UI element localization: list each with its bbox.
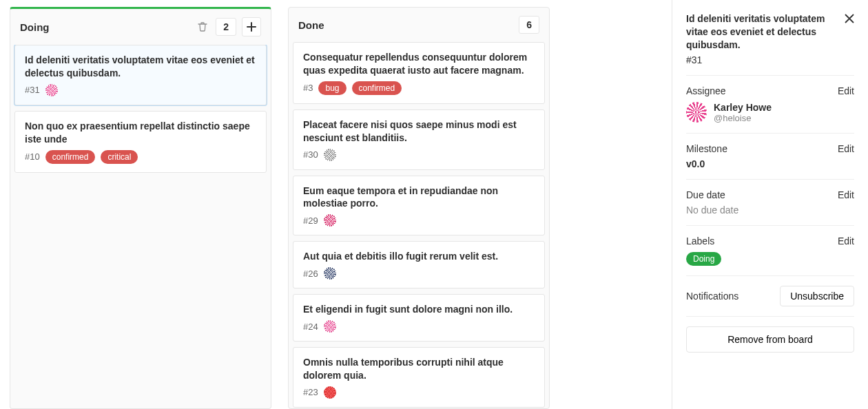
assignee-label: Assignee <box>686 85 726 96</box>
list-doing: Doing 2Id deleniti veritatis voluptatem … <box>10 7 271 409</box>
add-card-button[interactable] <box>242 17 261 36</box>
card-meta: #10confirmedcritical <box>25 150 256 164</box>
assignee-avatar <box>686 102 707 123</box>
milestone-edit-link[interactable]: Edit <box>838 143 854 154</box>
card-id: #30 <box>303 149 318 160</box>
list-count: 2 <box>216 18 236 36</box>
card-id: #24 <box>303 322 318 332</box>
assignee-avatar-icon <box>324 320 336 333</box>
card-meta: #29 <box>303 214 535 227</box>
card-meta: #30 <box>303 149 535 161</box>
assignee-avatar-icon <box>324 214 336 227</box>
list-title: Done <box>298 19 324 31</box>
sidebar-issue-id: #31 <box>686 54 839 65</box>
card[interactable]: Consequatur repellendus consequuntur dol… <box>293 42 545 104</box>
card-title: Non quo ex praesentium repellat distinct… <box>25 120 256 146</box>
card[interactable]: Placeat facere nisi quos saepe minus mod… <box>293 109 545 170</box>
label-pill: bug <box>318 81 346 95</box>
due-date-edit-link[interactable]: Edit <box>838 189 854 200</box>
due-date-value: No due date <box>686 204 854 216</box>
assignee-name[interactable]: Karley Howe <box>714 102 772 113</box>
due-date-label: Due date <box>686 189 725 200</box>
list-title: Doing <box>20 21 50 33</box>
labels-label: Labels <box>686 235 714 247</box>
card[interactable]: Omnis nulla temporibus corrupti nihil at… <box>293 347 545 408</box>
card-title: Consequatur repellendus consequuntur dol… <box>303 51 535 77</box>
plus-icon <box>247 22 256 32</box>
notifications-label: Notifications <box>686 291 738 302</box>
card-id: #10 <box>25 151 40 162</box>
card-meta: #24 <box>303 320 535 333</box>
assignee-avatar-icon <box>324 267 336 280</box>
card-title: Placeat facere nisi quos saepe minus mod… <box>303 118 535 145</box>
label-pill: confirmed <box>352 81 402 95</box>
card-meta: #3bugconfirmed <box>303 81 535 95</box>
card-title: Eum eaque tempora et in repudiandae non … <box>303 185 535 211</box>
labels-edit-link[interactable]: Edit <box>838 235 854 247</box>
card-meta: #26 <box>303 267 535 280</box>
close-icon[interactable] <box>845 14 854 65</box>
card-id: #31 <box>25 85 40 95</box>
assignee-avatar-icon <box>45 84 58 96</box>
card-id: #26 <box>303 269 318 279</box>
trash-icon[interactable] <box>195 19 210 34</box>
card-id: #29 <box>303 216 318 226</box>
card[interactable]: Aut quia et debitis illo fugit rerum vel… <box>293 241 545 289</box>
card[interactable]: Et eligendi in fugit sunt dolore magni n… <box>293 294 545 342</box>
label-pill: Doing <box>686 252 721 266</box>
card-meta: #23 <box>303 386 535 399</box>
remove-from-board-button[interactable]: Remove from board <box>686 326 854 353</box>
card-title: Id deleniti veritatis voluptatem vitae e… <box>25 54 256 80</box>
card[interactable]: Non quo ex praesentium repellat distinct… <box>14 111 267 173</box>
card-meta: #31 <box>25 84 256 96</box>
card-title: Et eligendi in fugit sunt dolore magni n… <box>303 303 535 316</box>
list-count: 6 <box>519 16 539 34</box>
list-done: Done6Consequatur repellendus consequuntu… <box>288 7 550 409</box>
card-title: Omnis nulla temporibus corrupti nihil at… <box>303 356 535 382</box>
unsubscribe-button[interactable]: Unsubscribe <box>780 286 854 306</box>
label-pill: critical <box>101 150 138 164</box>
card-title: Aut quia et debitis illo fugit rerum vel… <box>303 250 535 263</box>
milestone-value[interactable]: v0.0 <box>686 158 854 169</box>
card-id: #23 <box>303 387 318 397</box>
card[interactable]: Id deleniti veritatis voluptatem vitae e… <box>14 45 267 105</box>
list-header: Done6 <box>289 8 549 42</box>
list-header: Doing 2 <box>10 9 271 45</box>
assignee-avatar-icon <box>324 149 336 161</box>
milestone-label: Milestone <box>686 143 727 154</box>
assignee-handle: @heloise <box>714 113 772 123</box>
cards-container: Id deleniti veritatis voluptatem vitae e… <box>10 45 271 185</box>
sidebar-issue-title: Id deleniti veritatis voluptatem vitae e… <box>686 12 839 52</box>
card[interactable]: Eum eaque tempora et in repudiandae non … <box>293 176 545 236</box>
assignee-edit-link[interactable]: Edit <box>838 85 854 96</box>
cards-container: Consequatur repellendus consequuntur dol… <box>289 42 549 408</box>
assignee-avatar-icon <box>324 386 336 399</box>
issue-sidebar: Id deleniti veritatis voluptatem vitae e… <box>672 0 868 409</box>
card-id: #3 <box>303 83 313 93</box>
label-pill: confirmed <box>45 150 96 164</box>
